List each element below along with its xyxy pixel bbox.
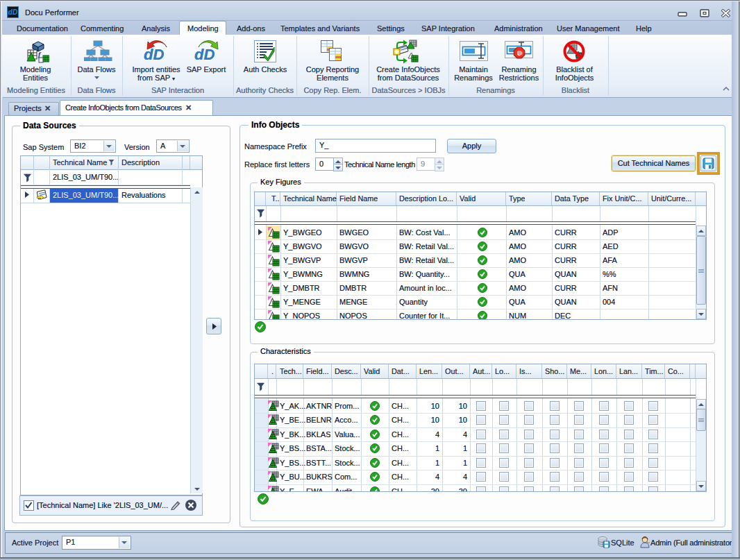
svg-text:dD: dD: [144, 46, 164, 61]
svg-text:dD: dD: [8, 8, 17, 16]
svg-text:f: f: [38, 51, 42, 58]
svg-text:dD: dD: [194, 46, 215, 61]
